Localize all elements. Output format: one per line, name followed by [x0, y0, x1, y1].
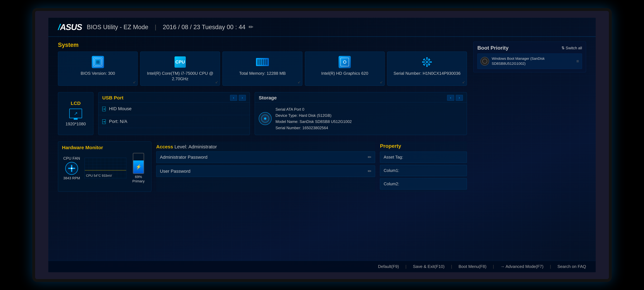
cpu-card[interactable]: CPU Intel(R) Core(TM) i7-7500U CPU @ 2.7… — [140, 52, 220, 86]
storage-port: Serial ATA Port 0 — [276, 106, 463, 112]
usb-next-button[interactable]: › — [239, 95, 246, 101]
lcd-title: LCD — [71, 101, 81, 106]
battery-bolt-icon: ⚡ — [136, 164, 142, 170]
middle-row: LCD ↗ 1920*1080 USB Port ‹ › — [58, 92, 467, 135]
memory-card[interactable]: Total Memory: 12288 MB ↙ — [222, 52, 302, 86]
colum1-label: Colum1: — [384, 168, 399, 173]
storage-body: Serial ATA Port 0 Device Type: Hard Disk… — [255, 103, 467, 135]
footer-advanced-mode-button[interactable]: → Advanced Mode(F7) — [500, 264, 544, 269]
svg-rect-18 — [422, 61, 424, 63]
mem-chip-2 — [259, 59, 261, 65]
serial-card-arrow: ↙ — [462, 80, 465, 84]
usb-prev-button[interactable]: ‹ — [230, 95, 237, 101]
access-title-row: Access Level: Administrator — [156, 141, 375, 151]
footer-sep-4: | — [550, 264, 551, 269]
svg-rect-1 — [96, 60, 100, 64]
cpu-card-label: Intel(R) Core(TM) i7-7500U CPU @ 2.70GHz — [144, 71, 216, 82]
graph-line — [85, 170, 126, 170]
asus-slash: / — [58, 23, 60, 32]
footer-sep-3: | — [493, 264, 494, 269]
storage-nav-arrows: ‹ › — [447, 95, 463, 101]
bios-icon — [92, 56, 104, 69]
boot-hdd-icon — [480, 57, 489, 66]
serial-card[interactable]: Serial Number: H1N0CX14P930036 ↙ — [387, 52, 467, 86]
gpu-card-label: Intel(R) HD Graphics 620 — [321, 71, 368, 76]
header: /ASUS BIOS Utility - EZ Mode | 2016 / 08… — [48, 18, 596, 37]
user-password-field[interactable]: User Password ✏ — [156, 165, 375, 177]
hdd-dot — [264, 117, 266, 120]
footer-search-faq-button[interactable]: Search on FAQ — [558, 264, 586, 269]
bios-card[interactable]: BIOS Version: 300 ↙ — [58, 52, 138, 86]
property-panel: Property Asset Tag: Colum1: Colum2: — [380, 141, 467, 192]
edit-icon[interactable]: ✏ — [248, 24, 254, 31]
storage-prev-button[interactable]: ‹ — [447, 95, 454, 101]
fan-rpm: 3843 RPM — [63, 176, 80, 180]
asset-tag-field: Asset Tag: — [380, 152, 467, 163]
storage-title: Storage — [259, 95, 277, 101]
lcd-panel: LCD ↗ 1920*1080 — [58, 92, 94, 135]
fan-blade-1 — [72, 168, 75, 169]
fan-circle — [65, 162, 78, 175]
usb-plug-icon-1: ⍈ — [102, 105, 106, 112]
boot-switch-all-button[interactable]: ⇅ Switch all — [562, 46, 582, 50]
bios-card-arrow: ↙ — [133, 80, 136, 84]
mem-chip-4 — [264, 59, 266, 65]
battery-outer: ⚡ — [133, 153, 144, 174]
fan-label: CPU FAN — [63, 156, 80, 161]
right-panel: Boot Priority ⇅ Switch all Windows Boot … — [473, 42, 586, 192]
fan-blade-2 — [71, 169, 72, 172]
memory-icon — [256, 56, 269, 69]
colum1-field: Colum1: — [380, 165, 467, 176]
hw-body: CPU FAN — [62, 153, 147, 183]
asus-logo: /ASUS — [58, 22, 82, 32]
admin-edit-icon[interactable]: ✏ — [368, 154, 372, 160]
memory-card-arrow: ↙ — [298, 80, 300, 84]
hw-monitor: Hardware Monitor CPU FAN — [58, 141, 151, 192]
lcd-display-icon: ↗ — [69, 109, 82, 118]
system-cards: BIOS Version: 300 ↙ CPU Intel(R) Core(TM… — [58, 52, 467, 86]
usb-port-na-label: Port: N/A — [109, 119, 127, 124]
svg-rect-16 — [426, 57, 428, 59]
boot-item-windows[interactable]: Windows Boot Manager (SanDisk SD8SB8U512… — [477, 54, 582, 69]
mem-icon — [256, 58, 269, 66]
header-datetime: 2016 / 08 / 23 Tuesday 00 : 44 — [163, 24, 245, 31]
bottom-row: Hardware Monitor CPU FAN — [58, 141, 467, 192]
lcd-arrow-icon: ↗ — [74, 111, 78, 116]
usb-hid-mouse-label: HID Mouse — [109, 106, 132, 111]
footer: Default(F9) | Save & Exit(F10) | Boot Me… — [48, 261, 596, 272]
bios-screen: /ASUS BIOS Utility - EZ Mode | 2016 / 08… — [48, 18, 596, 272]
storage-model-name: Model Name: SanDisk SD8SB8 U512G1002 — [276, 119, 463, 125]
gpu-card[interactable]: Intel(R) HD Graphics 620 ↙ — [305, 52, 385, 86]
storage-panel: Storage ‹ › — [255, 92, 467, 135]
footer-boot-menu-button[interactable]: Boot Menu(F8) — [458, 264, 486, 269]
serial-card-label: Serial Number: H1N0CX14P930036 — [394, 71, 460, 76]
memory-card-label: Total Memory: 12288 MB — [239, 71, 286, 76]
storage-serial-number: Serial Number: 165023802564 — [276, 125, 463, 131]
hdd-icon-inner — [261, 115, 269, 123]
gpu-icon-box — [338, 56, 351, 68]
cpu-graph: CPU 54°C 933mV — [84, 158, 126, 179]
footer-sep-1: | — [406, 264, 406, 269]
usb-nav-arrows: ‹ › — [230, 95, 246, 101]
footer-save-exit-button[interactable]: Save & Exit(F10) — [413, 264, 445, 269]
fan-blades — [68, 164, 76, 172]
boot-menu-icon[interactable]: ≡ — [576, 59, 579, 64]
usb-plug-icon-2: ⍈ — [102, 118, 106, 125]
header-divider: | — [155, 24, 156, 31]
hdd-icon — [259, 112, 272, 125]
main-content: System — [48, 37, 596, 197]
graph-label: CPU 54°C 933mV — [86, 174, 112, 178]
admin-password-field[interactable]: Administrator Password ✏ — [156, 151, 375, 163]
access-panel: Access Level: Administrator Administrato… — [156, 141, 375, 192]
boot-hdd-inner — [482, 59, 487, 64]
storage-next-button[interactable]: › — [456, 95, 463, 101]
usb-title: USB Port — [102, 95, 124, 101]
bios-card-label: BIOS Version: 300 — [81, 71, 115, 76]
mem-chip-5 — [266, 59, 268, 65]
footer-default-button[interactable]: Default(F9) — [378, 264, 399, 269]
boot-priority: Boot Priority ⇅ Switch all Windows Boot … — [473, 42, 586, 72]
boot-title-row: Boot Priority ⇅ Switch all — [477, 45, 582, 51]
user-edit-icon[interactable]: ✏ — [368, 169, 372, 174]
storage-header: Storage ‹ › — [255, 92, 467, 103]
boot-item-label: Windows Boot Manager (SanDisk SD8SB8U512… — [492, 56, 574, 66]
